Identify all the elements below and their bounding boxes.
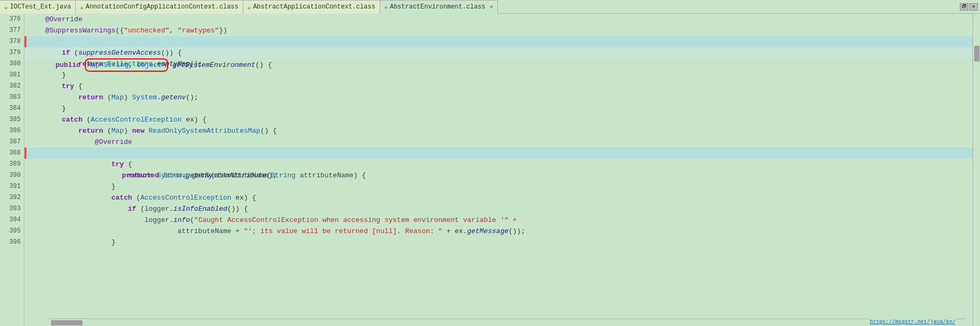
tab-close-button[interactable]: ✕ [489, 3, 493, 10]
str-caught: "Caught AccessControlException when acce… [194, 216, 517, 224]
ln-394: 394 [0, 215, 24, 226]
type-ace-392: AccessControlException [141, 194, 232, 202]
code-line-396: } [24, 237, 973, 248]
kw-new-386: new [132, 127, 144, 135]
code-line-388: protected String getSystemAttribute(Stri… [24, 148, 973, 159]
method-isInfoEnabled: isInfoEnabled [173, 205, 227, 213]
code-line-379: if (suppressGetenvAccess()) { [24, 47, 973, 58]
method-getSystemEnvironment: getSystemEnvironment [173, 61, 256, 69]
str-rawtypes: "rawtypes" [178, 27, 219, 35]
method-suppressGetenvAccess: suppressGetenvAccess [78, 49, 161, 57]
param-logger-394: logger [144, 216, 169, 224]
param-logger: logger [144, 205, 169, 213]
param-attributeName-395: attributeName [178, 227, 231, 235]
ln-379: 379 [0, 47, 24, 58]
kw-if-379: if [62, 49, 70, 57]
kw-return-383: return [78, 93, 103, 101]
kw-try-382: try [62, 82, 74, 90]
ln-384: 384 [0, 103, 24, 114]
ln-389: 389 [0, 159, 24, 170]
ln-383: 383 [0, 92, 24, 103]
code-line-376: @Override [24, 14, 973, 25]
ln-393: 393 [0, 203, 24, 215]
code-line-392: catch (AccessControlException ex) { [24, 192, 973, 203]
ln-382: 382 [0, 81, 24, 92]
param-attributeName-388: attributeName [300, 171, 353, 179]
str-unchecked: "unchecked" [124, 27, 169, 35]
code-line-395: attributeName + "'; its value will be re… [24, 226, 973, 237]
tab-abstractenv[interactable]: ☕ AbstractEnvironment.class ✕ [380, 0, 498, 14]
close-button[interactable]: ✕ [969, 3, 978, 11]
tab-abstractapp[interactable]: ☕ AbstractApplicationContext.class [243, 0, 380, 14]
kw-try-389: try [111, 160, 124, 168]
kw-if-393: if [128, 205, 136, 213]
code-line-394: logger.info("Caught AccessControlExcepti… [24, 215, 973, 226]
code-line-385: catch (AccessControlException ex) { [24, 114, 973, 125]
red-circle-annotation: Map<String, Object> [85, 58, 168, 72]
ln-386: 386 [0, 125, 24, 136]
code-line-382: try { [24, 81, 973, 92]
ln-396: 396 [0, 237, 24, 248]
line-numbers: 376 377 378 379 380 381 382 383 384 385 … [0, 14, 24, 326]
restore-button[interactable]: 🗗 [960, 3, 968, 11]
java-icon-1: ☕ [4, 4, 8, 11]
ln-378: 378 [0, 36, 24, 47]
type-string-param-388: String [271, 171, 296, 179]
type-map-383: Map [111, 93, 124, 101]
kw-public-378: public [56, 61, 81, 69]
ln-390: 390 [0, 170, 24, 181]
tab-label-2: AnnotationConfigApplicationContext.class [85, 3, 238, 11]
annotation-override-376: @Override [45, 15, 82, 23]
java-icon-4: ☕ [384, 3, 388, 10]
code-line-381: } [24, 70, 973, 81]
ln-391: 391 [0, 181, 24, 192]
tab-label-3: AbstractApplicationContext.class [253, 3, 375, 11]
method-getSystemAttribute: getSystemAttribute [192, 171, 266, 179]
tab-bar: ☕ IOCTest_Ext.java ☕ AnnotationConfigApp… [0, 0, 980, 14]
code-line-389: try { [24, 159, 973, 170]
code-line-387: @Override [24, 136, 973, 148]
annotation-suppress: @SuppressWarnings [45, 27, 116, 35]
code-line-378: public Map<String, Object> getSystemEnvi… [24, 36, 973, 47]
java-icon-3: ☕ [248, 4, 251, 11]
code-container: 376 377 378 379 380 381 382 383 384 385 … [0, 14, 980, 326]
tab-label-1: IOCTest_Ext.java [10, 3, 71, 11]
type-rosammap: ReadOnlySystemAttributesMap [148, 127, 260, 135]
type-map-386: Map [111, 127, 124, 135]
ln-381: 381 [0, 70, 24, 81]
ln-376: 376 [0, 14, 24, 25]
ln-388: 388 [0, 148, 24, 159]
ln-377: 377 [0, 25, 24, 36]
code-line-377: @SuppressWarnings({"unchecked", "rawtype… [24, 25, 973, 36]
code-area: @Override @SuppressWarnings({"unchecked"… [24, 14, 973, 326]
type-string-378: String [104, 61, 129, 69]
h-scroll-thumb[interactable] [51, 320, 83, 325]
ln-380: 380 [0, 58, 24, 70]
tab-annotationconfig[interactable]: ☕ AnnotationConfigApplicationContext.cla… [76, 0, 243, 14]
vertical-scrollbar[interactable] [973, 14, 980, 326]
window-controls: 🗗 ✕ [960, 3, 980, 11]
type-string-388: String [163, 171, 188, 179]
method-getMessage: getMessage [467, 227, 509, 235]
code-line-383: return (Map) System.getenv(); [24, 92, 973, 103]
kw-catch-385: catch [62, 116, 82, 124]
code-line-391: } [24, 181, 973, 192]
url-hint[interactable]: https://msgstr.net/java/en/ [869, 319, 957, 326]
kw-protected-388: protected [122, 171, 159, 179]
code-line-393: if (logger.isInfoEnabled()) { [24, 203, 973, 215]
horizontal-scrollbar[interactable]: https://msgstr.net/java/en/ [49, 319, 965, 326]
ln-387: 387 [0, 136, 24, 148]
code-line-384: } [24, 103, 973, 114]
tab-ioctest[interactable]: ☕ IOCTest_Ext.java [0, 0, 76, 14]
kw-return-386: return [78, 127, 103, 135]
method-getenv-383: getenv [161, 93, 186, 101]
type-map: Map [87, 61, 99, 69]
ln-385: 385 [0, 114, 24, 125]
annotation-override-387: @Override [95, 138, 132, 146]
code-line-386: return (Map) new ReadOnlySystemAttribute… [24, 125, 973, 136]
v-scroll-thumb[interactable] [974, 46, 979, 62]
type-ace-385: AccessControlException [91, 116, 182, 124]
str-its: "'; its value will be returned [null]. R… [244, 227, 442, 235]
type-system-383: System [132, 93, 157, 101]
tab-label-4: AbstractEnvironment.class [390, 3, 485, 11]
